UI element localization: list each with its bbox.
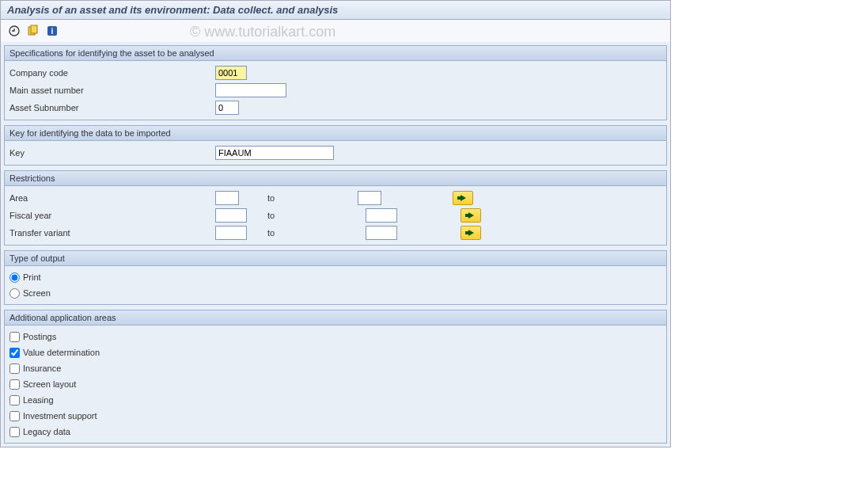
- legacy-data-label: Legacy data: [23, 427, 70, 436]
- page-title: Analysis of an asset and its environment…: [1, 1, 670, 20]
- to-label: to: [239, 193, 358, 203]
- insurance-label: Insurance: [23, 364, 61, 373]
- insurance-checkbox[interactable]: [9, 364, 20, 374]
- group-asset-spec-title: Specifications for identifying the asset…: [5, 46, 666, 61]
- group-key: Key for identifying the data to be impor…: [4, 125, 667, 166]
- group-restrictions: Restrictions Area to Fiscal year to: [4, 170, 667, 246]
- transfer-variant-from-input[interactable]: [215, 226, 247, 240]
- screen-layout-label: Screen layout: [23, 379, 76, 389]
- group-key-title: Key for identifying the data to be impor…: [5, 126, 666, 141]
- area-label: Area: [9, 193, 215, 203]
- fiscal-year-to-input[interactable]: [366, 208, 397, 223]
- transfer-variant-multi-select-button[interactable]: [461, 226, 481, 240]
- variant-icon[interactable]: [26, 24, 40, 38]
- group-output-type-title: Type of output: [5, 251, 666, 266]
- print-label: Print: [23, 272, 41, 282]
- execute-icon[interactable]: [7, 24, 21, 38]
- investment-support-checkbox[interactable]: [9, 411, 20, 421]
- arrow-right-icon: [468, 212, 474, 219]
- legacy-data-checkbox[interactable]: [9, 427, 20, 437]
- transfer-variant-label: Transfer variant: [9, 228, 215, 238]
- group-restrictions-title: Restrictions: [5, 171, 666, 186]
- leasing-label: Leasing: [23, 395, 54, 405]
- value-determination-checkbox[interactable]: [9, 348, 20, 358]
- fiscal-year-multi-select-button[interactable]: [461, 208, 481, 223]
- screen-layout-checkbox[interactable]: [9, 379, 20, 390]
- postings-label: Postings: [23, 332, 56, 341]
- toolbar: i: [1, 20, 670, 42]
- content: Specifications for identifying the asset…: [1, 42, 670, 447]
- area-multi-select-button[interactable]: [453, 191, 473, 205]
- leasing-checkbox[interactable]: [9, 395, 20, 406]
- group-output-type: Type of output Print Screen: [4, 250, 667, 305]
- main-asset-input[interactable]: [215, 83, 286, 97]
- arrow-right-icon: [461, 195, 466, 201]
- arrow-right-icon: [468, 230, 474, 236]
- group-additional-areas-title: Additional application areas: [5, 310, 666, 326]
- postings-checkbox[interactable]: [9, 332, 20, 342]
- group-additional-areas: Additional application areas Postings Va…: [4, 310, 667, 444]
- investment-support-label: Investment support: [23, 411, 97, 421]
- screen-label: Screen: [23, 288, 51, 298]
- area-to-input[interactable]: [358, 191, 381, 205]
- key-label: Key: [9, 148, 215, 158]
- fiscal-year-from-input[interactable]: [215, 208, 247, 223]
- company-code-input[interactable]: [215, 66, 247, 80]
- key-input[interactable]: [215, 146, 334, 160]
- svg-text:i: i: [51, 27, 54, 36]
- area-from-input[interactable]: [215, 191, 239, 205]
- group-asset-spec: Specifications for identifying the asset…: [4, 45, 667, 120]
- asset-subnumber-label: Asset Subnumber: [9, 103, 215, 112]
- fiscal-year-label: Fiscal year: [9, 211, 215, 220]
- asset-subnumber-input[interactable]: [215, 101, 239, 115]
- app-window: Analysis of an asset and its environment…: [0, 0, 671, 447]
- company-code-label: Company code: [9, 68, 215, 78]
- value-determination-label: Value determination: [23, 348, 100, 357]
- info-icon[interactable]: i: [45, 24, 59, 38]
- transfer-variant-to-input[interactable]: [366, 226, 397, 240]
- to-label: to: [247, 228, 366, 238]
- screen-radio[interactable]: [9, 288, 20, 299]
- print-radio[interactable]: [9, 272, 20, 283]
- main-asset-label: Main asset number: [9, 86, 215, 95]
- to-label: to: [247, 211, 366, 220]
- svg-rect-2: [31, 25, 37, 33]
